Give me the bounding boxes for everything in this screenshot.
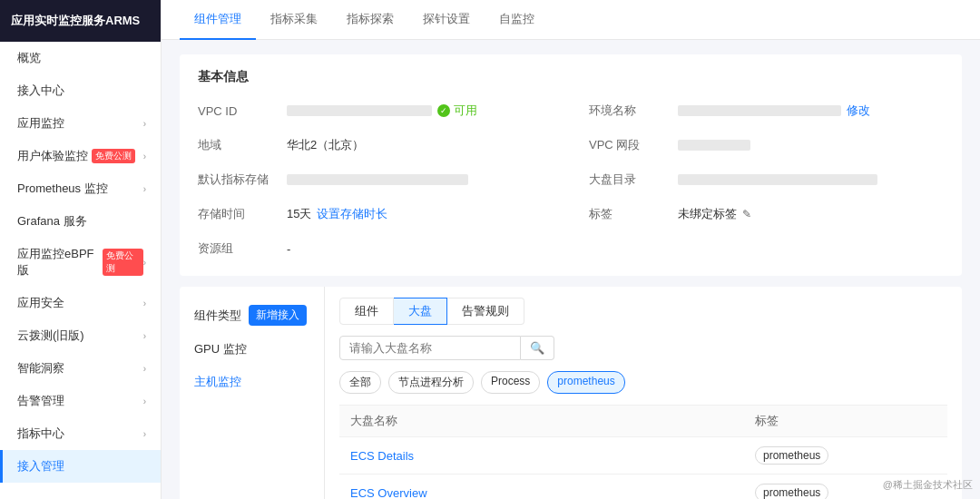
chevron-icon: › <box>143 331 146 341</box>
tab-self-monitor[interactable]: 自监控 <box>485 0 549 40</box>
sidebar-item-grafana[interactable]: Grafana 服务 <box>0 205 161 238</box>
storage-time-text: 15天 <box>287 206 311 222</box>
sidebar-item-cloud-probe[interactable]: 云拨测(旧版) › <box>0 319 161 352</box>
sidebar-item-label: 指标中心 <box>17 426 64 442</box>
info-row-tags: 标签 未绑定标签 ✎ <box>589 201 944 227</box>
sidebar-item-alert-mgmt[interactable]: 告警管理 › <box>0 385 161 417</box>
tags-label: 标签 <box>589 206 671 222</box>
sidebar-item-overview[interactable]: 概览 <box>0 42 161 74</box>
sidebar-item-label: 应用监控 <box>17 115 64 132</box>
filter-tag-node-process[interactable]: 节点进程分析 <box>388 371 474 394</box>
chevron-icon: › <box>143 298 146 308</box>
col-header-name: 大盘名称 <box>350 413 755 429</box>
env-name-edit-link[interactable]: 修改 <box>847 103 870 119</box>
search-icon: 🔍 <box>530 341 544 355</box>
tag-prometheus-1: prometheus <box>755 446 828 465</box>
sidebar-item-app-security[interactable]: 应用安全 › <box>0 287 161 319</box>
storage-time-link[interactable]: 设置存储时长 <box>317 206 387 222</box>
tab-probe-settings[interactable]: 探针设置 <box>408 0 485 40</box>
filter-tag-all[interactable]: 全部 <box>339 371 381 394</box>
row-tags-ecs-details: prometheus <box>755 446 936 465</box>
tab-metric-explore[interactable]: 指标探索 <box>332 0 408 40</box>
info-row-metric-store: 默认指标存储 <box>198 167 553 192</box>
search-button[interactable]: 🔍 <box>521 336 554 360</box>
sub-tab-alert-rules[interactable]: 告警规则 <box>447 298 524 325</box>
env-name-label: 环境名称 <box>589 103 671 119</box>
tab-component-mgmt[interactable]: 组件管理 <box>180 0 256 40</box>
tags-text: 未绑定标签 <box>678 206 737 222</box>
chevron-icon: › <box>143 429 146 439</box>
sidebar-item-app-ebpf[interactable]: 应用监控eBPF版 免费公测 › <box>0 238 161 287</box>
vpc-id-label: VPC ID <box>198 104 279 118</box>
vpc-id-value: ✓ 可用 <box>287 103 477 119</box>
region-value: 华北2（北京） <box>287 137 364 153</box>
filter-tag-prometheus[interactable]: prometheus <box>547 371 624 394</box>
component-type-label: 组件类型 <box>194 308 241 324</box>
nav-item-gpu[interactable]: GPU 监控 <box>180 333 324 366</box>
env-name-placeholder <box>678 105 841 116</box>
vpc-cidr-value <box>678 140 750 151</box>
sidebar-item-label: 概览 <box>17 50 41 66</box>
sidebar-item-access-mgmt[interactable]: 接入管理 <box>0 450 161 483</box>
watermark: @稀土掘金技术社区 <box>883 478 973 492</box>
sidebar-badge-ux: 免费公测 <box>92 149 135 163</box>
resource-group-label: 资源组 <box>198 240 279 257</box>
row-name-ecs-overview: ECS Overview <box>350 486 755 500</box>
nav-item-host[interactable]: 主机监控 <box>180 366 324 398</box>
info-row-vpc-id: VPC ID ✓ 可用 <box>198 98 553 123</box>
chevron-icon: › <box>143 119 146 129</box>
search-row: 🔍 <box>339 336 947 360</box>
tab-bar: 组件管理 指标采集 指标探索 探针设置 自监控 <box>162 0 980 40</box>
row-name-ecs-details: ECS Details <box>350 449 755 463</box>
tab-metric-collect[interactable]: 指标采集 <box>256 0 332 40</box>
dashboard-catalog-value <box>678 174 877 185</box>
vpc-cidr-label: VPC 网段 <box>589 137 671 153</box>
sidebar-item-label: 应用安全 <box>17 295 64 311</box>
filter-tags: 全部 节点进程分析 Process prometheus <box>339 371 947 394</box>
ecs-details-link[interactable]: ECS Details <box>350 449 414 463</box>
filter-tag-process[interactable]: Process <box>481 371 540 394</box>
component-left-nav: 组件类型 新增接入 GPU 监控 主机监控 <box>180 287 325 499</box>
sidebar-item-label: 告警管理 <box>17 393 64 409</box>
sidebar-badge-ebpf: 免费公测 <box>103 249 143 276</box>
region-label: 地域 <box>198 137 279 153</box>
info-grid: VPC ID ✓ 可用 环境名称 修改 <box>198 98 944 261</box>
ecs-overview-link[interactable]: ECS Overview <box>350 486 427 500</box>
sidebar-item-label: 应用监控eBPF版 <box>17 246 99 279</box>
sidebar-item-label: 智能洞察 <box>17 360 64 377</box>
storage-time-value: 15天 设置存储时长 <box>287 206 387 222</box>
info-row-storage-time: 存储时间 15天 设置存储时长 <box>198 201 553 227</box>
col-header-tag: 标签 <box>755 413 936 429</box>
sidebar-item-ux-monitor[interactable]: 用户体验监控 免费公测 › <box>0 140 161 172</box>
vpc-status: ✓ 可用 <box>437 103 477 119</box>
sidebar-item-access-center[interactable]: 接入中心 <box>0 74 161 107</box>
sidebar-item-prometheus[interactable]: Prometheus 监控 › <box>0 172 161 205</box>
tags-value: 未绑定标签 ✎ <box>678 206 751 222</box>
chevron-icon: › <box>143 152 146 161</box>
sidebar-item-label: 用户体验监控 <box>17 148 88 164</box>
vpc-id-placeholder <box>287 105 432 116</box>
vpc-status-text: 可用 <box>454 103 477 119</box>
table-header: 大盘名称 标签 <box>339 405 947 437</box>
sub-tab-dashboard[interactable]: 大盘 <box>394 298 447 325</box>
add-access-button[interactable]: 新增接入 <box>249 305 307 326</box>
dashboard-catalog-placeholder <box>678 174 877 185</box>
sidebar-item-label: 接入管理 <box>17 458 64 475</box>
info-row-vpc-cidr: VPC 网段 <box>589 132 944 158</box>
sidebar-item-app-monitor[interactable]: 应用监控 › <box>0 107 161 140</box>
chevron-icon: › <box>143 396 146 406</box>
sidebar-item-indicator-center[interactable]: 指标中心 › <box>0 417 161 450</box>
search-input[interactable] <box>339 336 521 360</box>
tags-edit-icon[interactable]: ✎ <box>742 208 751 220</box>
basic-info-section: 基本信息 VPC ID ✓ 可用 环境名称 <box>180 54 962 276</box>
chevron-icon: › <box>143 258 146 268</box>
chevron-icon: › <box>143 364 146 374</box>
sub-tab-component[interactable]: 组件 <box>339 298 394 325</box>
component-section: 组件类型 新增接入 GPU 监控 主机监控 组件 大盘 告警规则 <box>180 287 962 499</box>
vpc-cidr-placeholder <box>678 140 750 151</box>
sidebar-item-label: 云拨测(旧版) <box>17 328 84 344</box>
sidebar-item-smart-insight[interactable]: 智能洞察 › <box>0 352 161 385</box>
info-row-region: 地域 华北2（北京） <box>198 132 553 158</box>
component-right-content: 组件 大盘 告警规则 🔍 全部 节点进程分析 Process prometh <box>325 287 962 499</box>
sidebar-item-label: Grafana 服务 <box>17 213 87 230</box>
